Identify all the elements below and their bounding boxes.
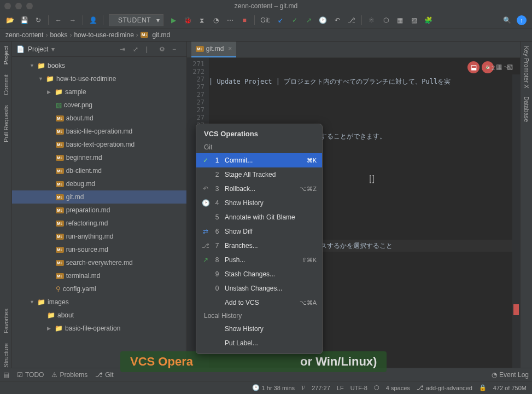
- lock-icon[interactable]: 🔒: [479, 384, 487, 391]
- popup-item-history[interactable]: 🕑4Show History: [196, 196, 322, 210]
- status-indent[interactable]: 4 spaces: [386, 385, 410, 391]
- bottom-tab-problems[interactable]: ⚠ Problems: [51, 371, 87, 379]
- back-icon[interactable]: ←: [54, 16, 63, 25]
- hide-icon[interactable]: −: [172, 45, 182, 53]
- tree-file-basictext[interactable]: M↓basic-text-operation.md: [12, 138, 186, 151]
- tree-folder-books[interactable]: 📁 books: [12, 59, 186, 72]
- tree-file-preparation[interactable]: M↓preparation.md: [12, 204, 186, 217]
- tree-file-cover[interactable]: ▧ cover.png: [12, 99, 186, 112]
- popup-item-commit[interactable]: ✓ 1 Commit... ⌘K: [196, 153, 322, 167]
- git-commit-icon[interactable]: ✓: [290, 16, 299, 25]
- popup-item-addvcs[interactable]: Add to VCS⌥⌘A: [196, 296, 322, 310]
- popup-item-rollback[interactable]: ↶3Rollback...⌥⌘Z: [196, 182, 322, 196]
- tool-tab-database[interactable]: Database: [523, 96, 530, 122]
- coverage-icon[interactable]: ⧗: [197, 16, 206, 25]
- avatar-icon[interactable]: 👤: [89, 16, 97, 25]
- tree-file-about[interactable]: M↓about.md: [12, 112, 186, 125]
- profiler-icon[interactable]: ◔: [212, 16, 220, 25]
- learn-icon[interactable]: ▨: [410, 16, 419, 25]
- open-file-icon[interactable]: 📂: [5, 16, 14, 25]
- tree-file-beginner[interactable]: M↓beginner.md: [12, 151, 186, 164]
- forward-icon[interactable]: →: [68, 16, 77, 25]
- tree-file-refactoring[interactable]: M↓refactoring.md: [12, 217, 186, 230]
- close-window[interactable]: [4, 3, 11, 9]
- settings-icon[interactable]: ⚙: [159, 45, 169, 53]
- status-branch[interactable]: ⎇ add-git-advanced: [417, 384, 472, 391]
- expand-all-icon[interactable]: ⤢: [133, 45, 143, 53]
- git-history-icon[interactable]: 🕑: [319, 16, 328, 25]
- project-tree[interactable]: 📁 books 📁 how-to-use-redimine 📁 sample ▧…: [12, 57, 186, 368]
- popup-item-stash[interactable]: 9Stash Changes...: [196, 267, 322, 281]
- stop-icon[interactable]: ■: [240, 16, 249, 25]
- tree-file-searcheverywhere[interactable]: M↓search-everywhere.md: [12, 256, 186, 269]
- crumb-file[interactable]: git.md: [152, 31, 170, 39]
- status-editorconfig-icon[interactable]: ⬡: [374, 384, 379, 391]
- popup-item-stage-all[interactable]: 2Stage All Tracked: [196, 167, 322, 182]
- tree-file-terminal[interactable]: M↓terminal.md: [12, 269, 186, 282]
- popup-item-annotate[interactable]: 5Annotate with Git Blame: [196, 210, 322, 224]
- window-controls[interactable]: [4, 3, 33, 9]
- tool-tab-key-promoter[interactable]: Key Promoter X: [523, 46, 530, 89]
- editor-tab-git[interactable]: M↓ git.md ×: [191, 42, 236, 57]
- chevron-down-icon[interactable]: ▾: [51, 45, 55, 53]
- bottom-tab-quick-actions[interactable]: ▤: [3, 371, 9, 379]
- status-memory[interactable]: 472 of 750M: [493, 385, 527, 391]
- tree-file-runanything[interactable]: M↓run-anything.md: [12, 230, 186, 243]
- account-icon[interactable]: ↑: [517, 15, 527, 25]
- crumb-root[interactable]: zenn-content: [5, 31, 43, 39]
- bottom-tab-event-log[interactable]: ◔ Event Log: [492, 371, 529, 379]
- tool-tab-pull-requests[interactable]: Pull Requests: [3, 105, 9, 142]
- tree-file-git[interactable]: M↓git.md: [12, 190, 186, 204]
- popup-item-showdiff[interactable]: ⇄6Show Diff: [196, 224, 322, 239]
- project-title[interactable]: Project: [28, 45, 48, 53]
- sync-icon[interactable]: ↻: [34, 16, 43, 25]
- git-rollback-icon[interactable]: ↶: [333, 16, 342, 25]
- git-push-icon[interactable]: ↗: [305, 16, 313, 25]
- select-opened-file-icon[interactable]: ⇥: [120, 45, 130, 53]
- debug-icon[interactable]: 🐞: [183, 16, 192, 25]
- tool-tab-commit[interactable]: Commit: [3, 74, 9, 95]
- maximize-window[interactable]: [26, 3, 33, 9]
- ide-settings-icon[interactable]: ⬡: [382, 16, 390, 25]
- tree-folder-images[interactable]: 📁 images: [12, 296, 186, 309]
- search-icon[interactable]: 🔍: [502, 16, 511, 25]
- puzzle-icon[interactable]: 🧩: [424, 16, 433, 25]
- tree-file-basicfile[interactable]: M↓basic-file-operation.md: [12, 125, 186, 138]
- bottom-tab-git[interactable]: ⎇ Git: [95, 371, 113, 379]
- popup-item-lh-show[interactable]: Show History: [196, 322, 322, 336]
- services-icon[interactable]: ▦: [396, 16, 405, 25]
- status-encoding[interactable]: UTF-8: [350, 385, 367, 391]
- tree-folder-howto[interactable]: 📁 how-to-use-redimine: [12, 72, 186, 85]
- popup-item-push[interactable]: ↗8Push...⇧⌘K: [196, 253, 322, 267]
- plugins-icon[interactable]: ⚛: [367, 16, 376, 25]
- run-config-select[interactable]: STUDENT ▾: [109, 14, 163, 26]
- popup-item-lh-label[interactable]: Put Label...: [196, 336, 322, 350]
- crumb-books[interactable]: books: [50, 31, 67, 39]
- minimize-window[interactable]: [15, 3, 22, 9]
- tree-folder-sample[interactable]: 📁 sample: [12, 85, 186, 99]
- tree-file-dbclient[interactable]: M↓db-client.md: [12, 164, 186, 177]
- popup-item-branches[interactable]: ⎇7Branches...: [196, 239, 322, 253]
- bottom-tab-todo[interactable]: ☑ TODO: [17, 371, 44, 379]
- tree-file-runsource[interactable]: M↓run-source.md: [12, 243, 186, 256]
- status-line-ending[interactable]: LF: [337, 385, 344, 391]
- run-icon[interactable]: ▶: [169, 16, 178, 25]
- tool-tab-project[interactable]: Project: [3, 46, 9, 65]
- git-branches-icon[interactable]: ⎇: [347, 16, 356, 25]
- close-icon[interactable]: ×: [228, 45, 232, 53]
- tool-tab-favorites[interactable]: Favorites: [3, 309, 9, 333]
- git-update-icon[interactable]: ↙: [276, 16, 285, 25]
- vcs-operations-popup[interactable]: VCS Operations Git ✓ 1 Commit... ⌘K 2Sta…: [196, 124, 323, 354]
- tool-tab-structure[interactable]: Structure: [3, 343, 9, 368]
- save-icon[interactable]: 💾: [20, 16, 28, 25]
- more-run-icon[interactable]: ⋯: [226, 16, 235, 25]
- status-time[interactable]: 🕑 1 hr 38 mins: [252, 384, 295, 391]
- tree-folder-basicfileop[interactable]: 📁 basic-file-operation: [12, 322, 186, 335]
- crumb-howto[interactable]: how-to-use-redimine: [74, 31, 133, 39]
- popup-item-unstash[interactable]: 0Unstash Changes...: [196, 281, 322, 296]
- tree-file-config[interactable]: ⚲config.yaml: [12, 282, 186, 296]
- tree-file-debug[interactable]: M↓debug.md: [12, 177, 186, 190]
- status-caret-pos[interactable]: 277:27: [312, 385, 330, 391]
- error-stripe[interactable]: [512, 74, 520, 368]
- tree-folder-about[interactable]: 📁 about: [12, 309, 186, 322]
